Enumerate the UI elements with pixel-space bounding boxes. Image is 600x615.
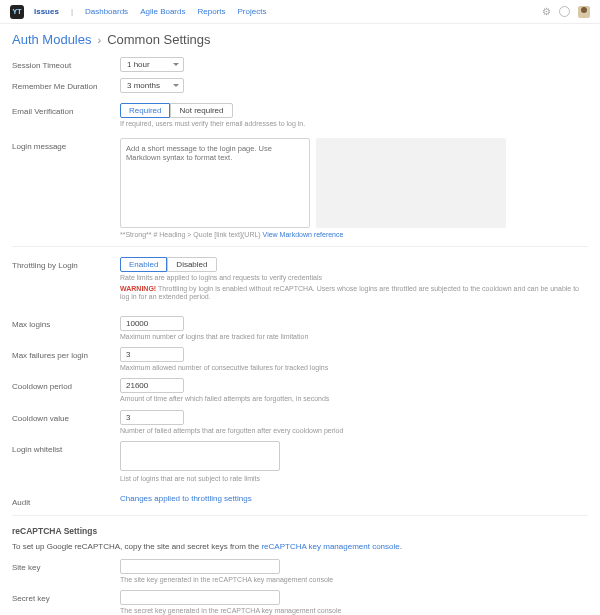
hint-cooldown-period: Amount of time after which failed attemp… — [120, 395, 588, 403]
label-login-whitelist: Login whitelist — [12, 441, 120, 483]
label-secret-key: Secret key — [12, 590, 120, 615]
nav-agile-boards[interactable]: Agile Boards — [140, 7, 185, 16]
hint-cooldown-value: Number of failed attempts that are forgo… — [120, 427, 588, 435]
section-divider — [12, 246, 588, 247]
avatar[interactable] — [578, 6, 590, 18]
label-remember: Remember Me Duration — [12, 78, 120, 93]
label-max-failures: Max failures per login — [12, 347, 120, 372]
hint-secret-key: The secret key generated in the reCAPTCH… — [120, 607, 588, 615]
hint-throttling-rate: Rate limits are applied to logins and re… — [120, 274, 588, 282]
label-email-verification: Email Verification — [12, 103, 120, 128]
recaptcha-intro: To set up Google reCAPTCHA, copy the sit… — [12, 542, 588, 551]
max-logins-input[interactable] — [120, 316, 184, 331]
markdown-reference-link[interactable]: View Markdown reference — [263, 231, 344, 238]
section-divider — [12, 515, 588, 516]
label-audit: Audit — [12, 494, 120, 507]
markdown-help: **Strong** # Heading > Quote [link text]… — [120, 231, 588, 238]
nav-issues[interactable]: Issues — [34, 7, 59, 16]
recaptcha-console-link[interactable]: reCAPTCHA key management console — [261, 542, 399, 551]
cooldown-period-input[interactable] — [120, 378, 184, 393]
remember-duration-select[interactable]: 3 months — [120, 78, 184, 93]
label-cooldown-value: Cooldown value — [12, 410, 120, 435]
hint-login-whitelist: List of logins that are not subject to r… — [120, 475, 588, 483]
app-logo[interactable]: YT — [10, 5, 24, 19]
required-button[interactable]: Required — [120, 103, 170, 118]
hint-email-verification: If required, users must verify their ema… — [120, 120, 588, 128]
page-content: Auth Modules › Common Settings Session T… — [0, 24, 600, 615]
main-nav: Issues | Dashboards Agile Boards Reports… — [34, 7, 542, 16]
topbar-right: ⚙ — [542, 6, 590, 18]
login-whitelist-textarea[interactable] — [120, 441, 280, 471]
warning-label: WARNING! — [120, 285, 156, 292]
cooldown-value-input[interactable] — [120, 410, 184, 425]
breadcrumb-sep: › — [98, 34, 102, 46]
chevron-down-icon — [173, 84, 179, 87]
nav-separator: | — [71, 7, 73, 16]
email-verification-toggle: Required Not required — [120, 103, 233, 118]
session-timeout-select[interactable]: 1 hour — [120, 57, 184, 72]
warning-text: Throttling by login is enabled without r… — [120, 285, 579, 300]
label-site-key: Site key — [12, 559, 120, 584]
site-key-input[interactable] — [120, 559, 280, 574]
secret-key-input[interactable] — [120, 590, 280, 605]
gear-icon[interactable]: ⚙ — [542, 6, 551, 17]
throttling-toggle: Enabled Disabled — [120, 257, 217, 272]
label-cooldown-period: Cooldown period — [12, 378, 120, 403]
label-login-message: Login message — [12, 138, 120, 238]
disabled-button[interactable]: Disabled — [167, 257, 216, 272]
nav-projects[interactable]: Projects — [238, 7, 267, 16]
breadcrumb: Auth Modules › Common Settings — [12, 32, 588, 47]
nav-reports[interactable]: Reports — [197, 7, 225, 16]
recaptcha-heading: reCAPTCHA Settings — [12, 526, 588, 536]
topbar: YT Issues | Dashboards Agile Boards Repo… — [0, 0, 600, 24]
nav-dashboards[interactable]: Dashboards — [85, 7, 128, 16]
markdown-hint-text: **Strong** # Heading > Quote [link text]… — [120, 231, 263, 238]
hint-max-logins: Maximum number of logins that are tracke… — [120, 333, 588, 341]
hint-throttling-warning: WARNING! Throttling by login is enabled … — [120, 285, 588, 302]
recaptcha-intro-text: To set up Google reCAPTCHA, copy the sit… — [12, 542, 261, 551]
recaptcha-intro-suffix: . — [400, 542, 402, 551]
label-max-logins: Max logins — [12, 316, 120, 341]
audit-link[interactable]: Changes applied to throttling settings — [120, 494, 252, 503]
not-required-button[interactable]: Not required — [170, 103, 232, 118]
session-timeout-value: 1 hour — [127, 60, 150, 69]
max-failures-input[interactable] — [120, 347, 184, 362]
remember-duration-value: 3 months — [127, 81, 160, 90]
hint-max-failures: Maximum allowed number of consecutive fa… — [120, 364, 588, 372]
page-title: Common Settings — [107, 32, 210, 47]
breadcrumb-root[interactable]: Auth Modules — [12, 32, 92, 47]
chevron-down-icon — [173, 63, 179, 66]
login-message-textarea[interactable] — [120, 138, 310, 228]
help-icon[interactable] — [559, 6, 570, 17]
label-throttling: Throttling by Login — [12, 257, 120, 301]
login-message-preview — [316, 138, 506, 228]
label-session-timeout: Session Timeout — [12, 57, 120, 72]
hint-site-key: The site key generated in the reCAPTCHA … — [120, 576, 588, 584]
enabled-button[interactable]: Enabled — [120, 257, 167, 272]
